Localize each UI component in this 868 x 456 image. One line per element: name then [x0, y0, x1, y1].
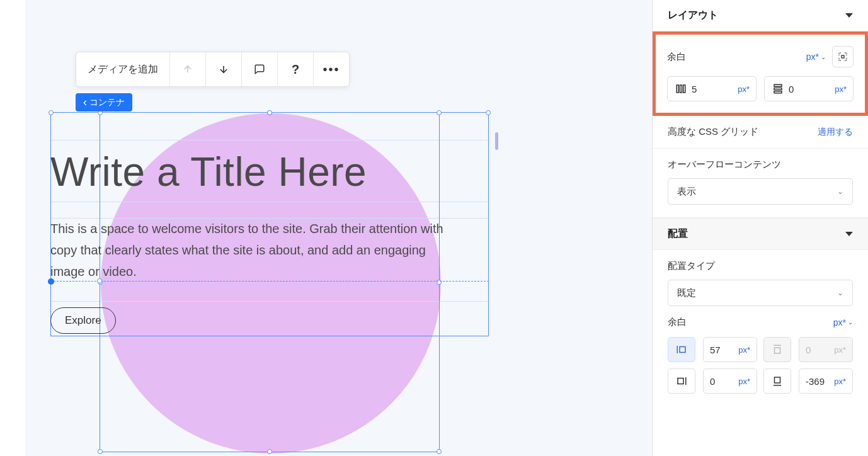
overflow-select[interactable]: 表示 ⌄ — [668, 178, 853, 205]
svg-rect-5 — [774, 88, 782, 90]
margin-unit-dropdown[interactable]: px*⌄ — [833, 317, 853, 328]
chevron-down-icon — [845, 13, 853, 18]
margin-bottom-input[interactable]: -369 px* — [799, 368, 853, 394]
expand-icon — [838, 52, 848, 62]
more-icon: ••• — [325, 63, 338, 76]
svg-rect-7 — [680, 347, 685, 353]
resize-handle[interactable] — [437, 449, 442, 454]
svg-rect-0 — [842, 55, 844, 58]
gap-controls-highlight: 余白 px*⌄ 5 px* 0 — [653, 31, 868, 116]
placement-section-title: 配置 — [668, 227, 688, 241]
vertical-gap-value: 0 — [785, 84, 835, 94]
comment-icon — [253, 63, 266, 76]
margin-top-value: 0 — [806, 345, 834, 355]
move-down-button[interactable] — [206, 52, 242, 86]
svg-rect-2 — [680, 85, 682, 93]
body-text[interactable]: This is a space to welcome visitors to t… — [50, 218, 460, 282]
margin-top-icon-button[interactable] — [763, 337, 791, 362]
vertical-gap-input[interactable]: 0 px* — [764, 76, 854, 101]
css-grid-row: 高度な CSS グリッド 適用する — [653, 116, 868, 149]
unit-label: px* — [834, 345, 846, 355]
expand-gap-button[interactable] — [832, 46, 854, 67]
unit-label[interactable]: px* — [738, 345, 750, 355]
gap-label: 余白 — [667, 51, 686, 63]
svg-rect-13 — [775, 377, 780, 383]
margin-bottom-icon — [772, 375, 783, 387]
margin-left-icon — [676, 344, 687, 355]
arrow-down-icon — [217, 63, 230, 76]
margin-top-icon — [772, 344, 783, 355]
margin-left-input[interactable]: 57 px* — [703, 337, 757, 362]
unit-label[interactable]: px* — [738, 377, 750, 386]
explore-button[interactable]: Explore — [50, 307, 116, 334]
svg-rect-4 — [774, 84, 782, 86]
canvas-area: Write a Title Here This is a space to we… — [0, 0, 652, 456]
comment-button[interactable] — [242, 52, 278, 86]
svg-rect-3 — [683, 85, 685, 93]
unit-label[interactable]: px* — [834, 377, 846, 386]
resize-handle[interactable] — [97, 278, 102, 283]
placement-section-header[interactable]: 配置 — [653, 218, 868, 250]
placement-type-select[interactable]: 既定 ⌄ — [668, 280, 853, 306]
resize-handle[interactable] — [486, 110, 491, 115]
floating-toolbar: メディアを追加 ? ••• — [76, 52, 350, 87]
margin-left-value: 57 — [710, 345, 738, 355]
margin-right-icon-button[interactable] — [668, 368, 695, 394]
svg-rect-6 — [774, 91, 782, 93]
move-up-button[interactable] — [170, 52, 206, 86]
svg-rect-11 — [678, 379, 683, 384]
svg-rect-1 — [677, 85, 678, 93]
margin-right-value: 0 — [710, 376, 738, 387]
resize-handle[interactable] — [267, 449, 272, 454]
more-button[interactable]: ••• — [314, 52, 349, 86]
margin-right-icon — [676, 375, 687, 387]
chevron-down-icon — [845, 232, 853, 236]
css-grid-label: 高度な CSS グリッド — [668, 126, 758, 138]
horizontal-gap-value: 5 — [688, 84, 738, 94]
unit-label[interactable]: px* — [738, 84, 750, 94]
question-icon: ? — [289, 63, 302, 76]
help-button[interactable]: ? — [278, 52, 314, 86]
horizontal-gap-input[interactable]: 5 px* — [667, 76, 757, 101]
margin-right-input[interactable]: 0 px* — [703, 368, 757, 394]
placement-type-label: 配置タイプ — [668, 260, 853, 272]
resize-handle[interactable] — [437, 110, 442, 115]
unit-label[interactable]: px* — [835, 84, 847, 94]
margin-top-input: 0 px* — [799, 337, 853, 362]
margin-bottom-icon-button[interactable] — [763, 368, 791, 394]
apply-css-grid-link[interactable]: 適用する — [818, 127, 853, 138]
placement-type-value: 既定 — [677, 287, 696, 299]
columns-icon — [674, 83, 688, 94]
inspector-panel: レイアウト 余白 px*⌄ 5 px* — [652, 0, 868, 456]
layout-section-header[interactable]: レイアウト — [653, 0, 868, 31]
margin-left-icon-button[interactable] — [668, 337, 695, 362]
margin-label: 余白 — [668, 316, 687, 328]
chevron-down-icon: ⌄ — [837, 187, 843, 196]
overflow-label: オーバーフローコンテンツ — [668, 159, 853, 171]
overflow-value: 表示 — [677, 186, 696, 198]
arrow-up-icon — [181, 63, 194, 76]
chevron-down-icon: ⌄ — [837, 288, 843, 297]
resize-handle[interactable] — [49, 110, 54, 115]
divider-handle[interactable] — [495, 132, 498, 150]
add-media-button[interactable]: メディアを追加 — [76, 52, 170, 86]
gap-unit-dropdown[interactable]: px*⌄ — [806, 52, 826, 62]
breadcrumb-container[interactable]: コンテナ — [76, 93, 132, 111]
resize-handle[interactable] — [267, 110, 272, 115]
title-text[interactable]: Write a Title Here — [50, 149, 367, 195]
breadcrumb-label: コンテナ — [89, 97, 125, 108]
resize-handle[interactable] — [98, 449, 103, 454]
rows-icon — [771, 83, 785, 94]
svg-rect-9 — [775, 348, 780, 353]
anchor-dot[interactable] — [48, 278, 54, 285]
margin-bottom-value: -369 — [806, 376, 834, 387]
layout-section-title: レイアウト — [668, 9, 718, 22]
